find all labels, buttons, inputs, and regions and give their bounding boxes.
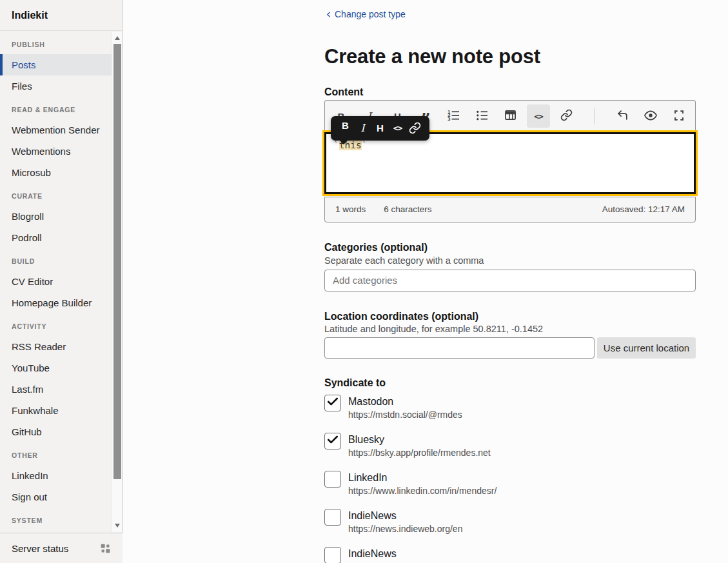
toolbar-divider [595,108,595,124]
categories-input[interactable] [324,270,696,291]
sidebar-footer: Server status [0,533,123,563]
sidebar-section-heading: CURATE [0,183,112,206]
syndication-checkbox-indienews[interactable] [324,509,341,526]
bold-icon: B [342,120,349,131]
syndication-target-name[interactable]: IndieNews [348,508,696,522]
unordered-list-button[interactable] [471,104,494,128]
unordered-list-icon [476,109,488,123]
link-button[interactable] [555,104,578,128]
fullscreen-icon [673,110,685,123]
link-icon [409,122,421,134]
sidebar-item-linkedin[interactable]: LinkedIn [0,465,112,486]
code-tick: ` [333,140,339,150]
sidebar-item-microsub[interactable]: Microsub [0,162,112,183]
sidebar-item-github[interactable]: GitHub [0,421,112,442]
sidebar-item-podroll[interactable]: Podroll [0,227,112,248]
syndication-checkbox-bluesky[interactable] [324,433,341,449]
categories-label: Categories (optional) [324,242,696,253]
sidebar-section-heading: SYSTEM [0,508,112,530]
code-icon: <> [534,112,543,121]
sidebar-item-funkwhale[interactable]: Funkwhale [0,400,112,421]
character-count: 6 characters [384,204,431,214]
content-editor[interactable]: `this` [324,132,696,194]
sidebar-item-homepage-builder[interactable]: Homepage Builder [0,292,112,313]
tooltip-bold-button[interactable]: B [337,116,354,135]
link-icon [560,109,573,123]
sidebar-section-heading: ACTIVITY [0,313,112,336]
scrollbar-down-arrow-icon[interactable] [112,520,122,531]
word-count: 1 words [335,204,366,214]
table-button[interactable] [499,104,522,128]
change-post-type-link[interactable]: Change post type [324,9,406,19]
sidebar-scrollbar[interactable] [112,32,122,532]
app-title: Indiekit [0,0,122,31]
syndication-target-name[interactable]: Mastodon [348,394,696,408]
sidebar-nav: PUBLISHPostsFilesREAD & ENGAGEWebmention… [0,32,112,532]
sidebar-section-heading: BUILD [0,248,112,271]
sidebar-section-heading: READ & ENGAGE [0,97,112,119]
syndication-target-name[interactable]: IndieNews [348,546,696,560]
chevron-left-icon [324,10,333,19]
autosave-status: Autosaved: 12:17 AM [602,204,685,214]
ordered-list-icon: 123 [448,109,460,123]
main-area: Change post type Create a new note post … [123,0,728,563]
status-grid-icon[interactable] [100,543,111,554]
check-icon [326,433,339,449]
syndication-target-name[interactable]: Bluesky [348,432,696,446]
sidebar-item-webmentions[interactable]: Webmentions [0,141,112,162]
check-icon [326,395,339,411]
syndication-checkbox-linkedin[interactable] [324,471,341,488]
use-current-location-button[interactable]: Use current location [597,337,696,359]
location-hint: Latitude and longitude, for example 50.8… [324,324,696,334]
scrollbar-up-arrow-icon[interactable] [112,33,122,43]
change-post-type-label: Change post type [335,9,406,19]
undo-button[interactable] [611,104,635,128]
syndication-target-row: Blueskyhttps://bsky.app/profile/rmendes.… [324,432,696,462]
italic-icon: I [360,122,364,134]
fullscreen-button[interactable] [667,104,691,128]
location-row: Use current location [324,337,696,359]
sidebar-item-sign-out[interactable]: Sign out [0,486,112,508]
location-input[interactable] [324,337,595,359]
code-button[interactable]: <> [527,104,550,128]
sidebar-item-cv-editor[interactable]: CV Editor [0,271,112,292]
syndication-target-url: https://mstdn.social/@rmdes [348,410,696,420]
tooltip-code-button[interactable]: <> [389,119,406,138]
content-label: Content [324,86,696,98]
syndication-target-row: LinkedInhttps://www.linkedin.com/in/mend… [324,470,696,500]
tooltip-link-button[interactable] [406,119,424,138]
sidebar-section-heading: OTHER [0,442,112,465]
sidebar-item-last-fm[interactable]: Last.fm [0,379,112,400]
sidebar-item-files[interactable]: Files [0,75,112,97]
syndication-checkbox-indienews[interactable] [324,547,341,563]
sidebar-item-blogroll[interactable]: Blogroll [0,206,112,227]
syndication-checkbox-mastodon[interactable] [324,395,341,411]
sidebar-item-webmention-sender[interactable]: Webmention Sender [0,119,112,141]
ordered-list-button[interactable]: 123 [442,104,466,128]
sidebar-item-posts[interactable]: Posts [0,54,112,75]
syndication-list: Mastodonhttps://mstdn.social/@rmdesBlues… [324,394,696,563]
sidebar: Indiekit PUBLISHPostsFilesREAD & ENGAGEW… [0,0,123,563]
content-editor-widget: BIH”123<> `this` 1 words 6 characters Au… [324,100,696,222]
editor-status-bar: 1 words 6 characters Autosaved: 12:17 AM [324,197,696,222]
syndication-target-name[interactable]: LinkedIn [348,470,696,484]
table-icon [504,109,516,123]
syndication-target-url: https://www.linkedin.com/in/mendesr/ [348,486,696,496]
sidebar-item-youtube[interactable]: YouTube [0,357,112,379]
code-tick: ` [362,140,368,150]
heading-icon: H [377,123,384,133]
syndication-target-row: IndieNews [324,546,696,563]
page-title: Create a new note post [324,44,696,69]
syndication-target-url: https://news.indieweb.org/en [348,524,696,534]
syndication-target-url: https://bsky.app/profile/rmendes.net [348,448,696,458]
undo-icon [616,109,629,123]
scrollbar-thumb[interactable] [113,44,121,479]
code-icon: <> [393,123,402,133]
sidebar-item-rss-reader[interactable]: RSS Reader [0,336,112,357]
syndication-target-row: IndieNewshttps://news.indieweb.org/en [324,508,696,538]
tooltip-italic-button[interactable]: I [354,119,371,138]
server-status-label[interactable]: Server status [12,543,68,554]
tooltip-heading-button[interactable]: H [371,119,389,138]
preview-button[interactable] [640,104,663,128]
svg-text:3: 3 [448,117,451,121]
